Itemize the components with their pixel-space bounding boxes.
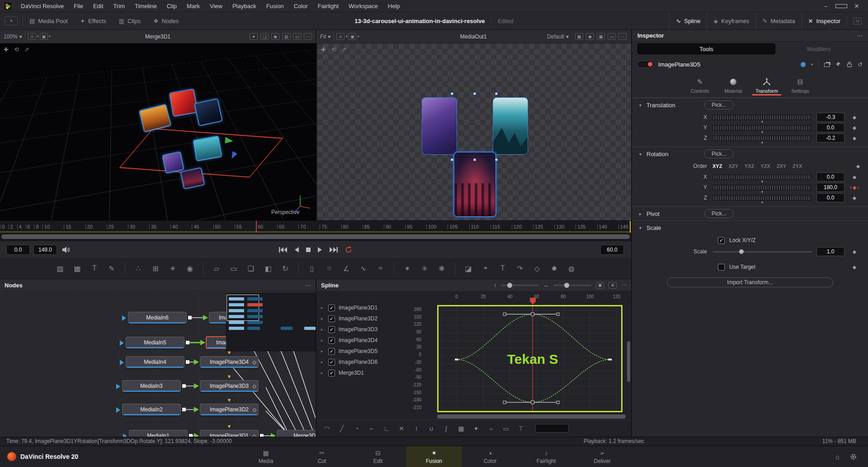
menu-item[interactable]: Playback	[227, 0, 261, 12]
viewer-control[interactable]: A▾	[336, 33, 347, 40]
pmerge-tool-button[interactable]: ✳	[418, 262, 431, 275]
viewer-control[interactable]: ❏	[260, 33, 269, 40]
translation-y-slider[interactable]	[712, 125, 812, 131]
rotation-x-value[interactable]: 0.0	[816, 172, 844, 181]
spline-vertical-scrollbar[interactable]	[627, 341, 630, 382]
pemitter-tool-button[interactable]: ✶	[401, 262, 414, 275]
menu-item[interactable]: Workspace	[344, 0, 383, 12]
spline-tool-button[interactable]: ∟	[382, 425, 391, 432]
fps-field[interactable]: 60.0	[600, 245, 624, 255]
menu-item[interactable]: Color	[289, 0, 313, 12]
node-graph-canvas[interactable]: ▼ MediaIn6 ◇ ▼ ImagePlane3D6 ◇ ▼ MediaIn…	[0, 291, 316, 437]
menu-item[interactable]: Fusion	[261, 0, 289, 12]
rotation-order-option[interactable]: XYZ	[712, 163, 722, 169]
color-curves-tool-button[interactable]: ⊞	[149, 262, 162, 275]
page-tab[interactable]: ⊟ Edit	[350, 446, 406, 467]
pick-button[interactable]: Pick...	[704, 149, 734, 158]
transform-handle[interactable]	[473, 92, 476, 95]
tab-modifiers[interactable]: Modifiers	[775, 46, 863, 52]
inspector-subtab[interactable]: Material	[719, 77, 748, 95]
menu-item[interactable]: Mark	[182, 0, 205, 12]
section-chevron-icon[interactable]: ▸	[639, 211, 646, 216]
pick-button[interactable]: Pick...	[704, 209, 734, 218]
spline-channel-row[interactable]: ▸ ✓ ImagePlane3D1	[316, 302, 399, 313]
scale-value[interactable]: 1.0	[816, 247, 844, 256]
channel-checkbox[interactable]: ✓	[328, 326, 335, 333]
paint-tool-button[interactable]: ✎	[105, 262, 118, 275]
inspector-subtab[interactable]: ✎ Controls	[685, 77, 714, 95]
viewer-control[interactable]: ▥	[282, 33, 290, 40]
viewer-control[interactable]: ▭	[293, 33, 301, 40]
layout-presets-button[interactable]: ▭	[847, 12, 868, 29]
translation-z-value[interactable]: -0.2	[816, 133, 844, 143]
menu-item[interactable]: Fairlight	[313, 0, 344, 12]
image-plane-thumb[interactable]	[162, 151, 184, 174]
transform-handle[interactable]	[473, 158, 476, 161]
node[interactable]: ▼ MediaIn6 ◇	[128, 312, 187, 324]
channel-checkbox[interactable]: ✓	[328, 359, 335, 366]
viewer-control[interactable]: ◉	[586, 33, 594, 40]
page-tab[interactable]: ➢ Deliver	[574, 446, 630, 467]
rotation-z-slider[interactable]	[712, 195, 812, 201]
viewer-control[interactable]: ⋯	[304, 33, 312, 40]
spline-channel-row[interactable]: ▸ ✓ ImagePlane3D4	[316, 335, 399, 346]
spline-horizontal-scrollbar[interactable]	[437, 415, 626, 419]
keyframe-diamond-icon[interactable]: ◆	[853, 174, 856, 180]
viewer-control[interactable]: ◉	[271, 33, 279, 40]
spline-channel-row[interactable]: ▸ ✓ ImagePlane3D5	[316, 346, 399, 357]
stop-button[interactable]	[306, 247, 311, 253]
spline-tool-button[interactable]: ⇔	[487, 425, 495, 432]
viewer-control[interactable]: ▭	[608, 33, 616, 40]
color-corrector-tool-button[interactable]: ◉	[183, 262, 197, 275]
merge3d-viewer[interactable]: ✚⟲⇗ Perspective	[0, 43, 316, 220]
transform-handle[interactable]	[495, 92, 498, 95]
menu-item[interactable]: File	[69, 0, 88, 12]
menu-item[interactable]: Edit	[88, 0, 108, 12]
transform-handle[interactable]	[451, 158, 453, 161]
spline-channel-row[interactable]: ▸ ✓ Merge3D1	[316, 367, 399, 378]
translation-x-slider[interactable]	[712, 114, 812, 120]
section-chevron-icon[interactable]: ▾	[639, 225, 646, 230]
right-viewer-zoom-select[interactable]: Fit▾	[320, 33, 330, 40]
image-plane-thumb[interactable]	[169, 89, 198, 117]
inspector-subtab[interactable]: ⊟ Settings	[786, 77, 815, 95]
vertical-zoom-slider[interactable]	[501, 285, 539, 286]
last-frame-button[interactable]	[329, 247, 338, 253]
loop-button[interactable]	[344, 246, 353, 254]
reset-icon[interactable]: ↺	[858, 61, 863, 68]
channel-checkbox[interactable]: ✓	[328, 337, 335, 344]
page-tab[interactable]: ✂ Cut	[294, 446, 350, 467]
spline-tool-button[interactable]: ∪	[427, 425, 435, 432]
translation-y-value[interactable]: 0.0	[816, 123, 844, 132]
node[interactable]: ▼ ImagePlane3D3 ◇	[200, 380, 259, 392]
perspective-label[interactable]: Perspective	[271, 209, 300, 215]
close-button[interactable]: ✕	[851, 3, 863, 10]
page-tab[interactable]: ◑ Color	[462, 446, 518, 467]
light3d-tool-button[interactable]: ✹	[547, 262, 561, 275]
inspector-menu[interactable]: ⋯	[857, 32, 863, 39]
lut-select[interactable]: Default▾	[547, 33, 569, 40]
translation-z-slider[interactable]	[712, 135, 812, 141]
expand-icon[interactable]: ▸	[321, 360, 325, 364]
merge-tool-button[interactable]: ❏	[244, 262, 258, 275]
expand-icon[interactable]: ▸	[321, 371, 325, 375]
viewer-gizmo-button[interactable]: ⟲	[14, 46, 19, 53]
node[interactable]: ▼ MediaIn5 ◇	[126, 337, 184, 348]
rotation-order-option[interactable]: ZXY	[777, 163, 786, 169]
panel-toggle-button[interactable]: ▾	[5, 16, 18, 25]
expand-icon[interactable]: ▸	[321, 305, 325, 310]
spline-tool-button[interactable]: ◠	[323, 425, 331, 432]
spline-tool-button[interactable]: ≀	[412, 425, 420, 432]
toolbar-button[interactable]: ❖ Nodes	[147, 12, 185, 29]
transform-tool-button[interactable]: ▱	[210, 262, 223, 275]
ranges-mask-tool-button[interactable]: ≈	[374, 262, 387, 275]
node[interactable]: ▼ ImagePlane3D2 ◇	[200, 404, 259, 415]
shape3d-tool-button[interactable]: ◓	[479, 262, 492, 275]
lock-xyz-checkbox[interactable]: ✓	[718, 237, 725, 244]
background-tool-button[interactable]: ▨	[53, 262, 67, 275]
toolbar-button[interactable]: ✕ Inspector	[802, 12, 847, 29]
node[interactable]: ▼ Merge3D1 ◇	[277, 430, 316, 437]
first-frame-button[interactable]	[278, 247, 288, 253]
dve-tool-button[interactable]: ▭	[227, 262, 241, 275]
spline-tool-button[interactable]: ∫	[442, 425, 450, 432]
